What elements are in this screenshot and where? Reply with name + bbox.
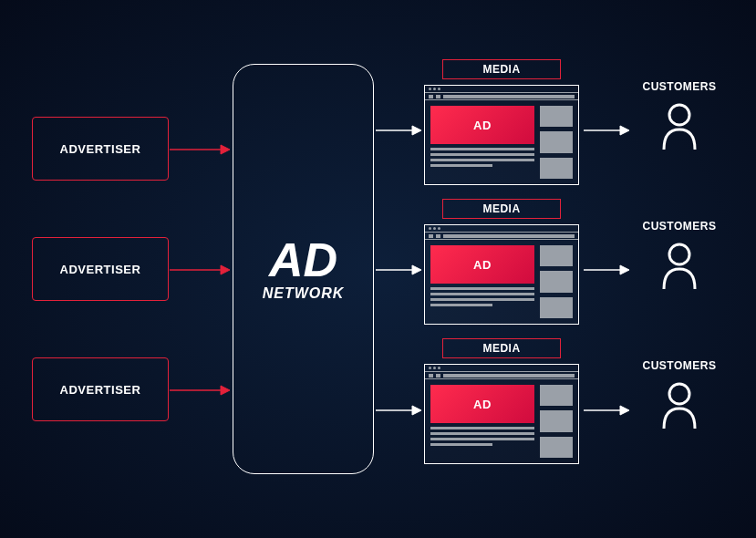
advertiser-box-1: ADVERTISER <box>32 117 169 181</box>
arrow-advertiser-3 <box>170 383 232 398</box>
customer-label: CUSTOMERS <box>634 80 725 93</box>
arrow-advertiser-1 <box>170 142 232 157</box>
media-label: MEDIA <box>442 199 561 219</box>
text-lines <box>430 148 534 167</box>
svg-marker-7 <box>412 126 421 135</box>
person-icon <box>658 242 700 291</box>
window-dot-icon <box>429 227 431 230</box>
window-dot-icon <box>433 88 436 90</box>
sidebar-box-icon <box>540 245 573 266</box>
customer-label: CUSTOMERS <box>634 220 725 233</box>
browser-urlbar <box>425 93 578 100</box>
svg-marker-3 <box>221 265 230 274</box>
customer-block-3: CUSTOMERS <box>634 359 725 434</box>
url-field-icon <box>443 374 575 378</box>
arrow-customer-3 <box>584 403 631 418</box>
advertiser-box-3: ADVERTISER <box>32 357 169 421</box>
text-lines <box>430 427 534 446</box>
text-line-icon <box>430 298 534 301</box>
browser-urlbar <box>425 372 578 379</box>
browser-titlebar <box>425 365 578 372</box>
window-dot-icon <box>438 88 440 90</box>
text-line-icon <box>430 432 534 435</box>
nav-button-icon <box>436 234 440 238</box>
ad-banner: AD <box>430 245 534 284</box>
sidebar-box-icon <box>540 158 573 179</box>
sidebar-box-icon <box>540 410 573 431</box>
window-dot-icon <box>433 367 436 369</box>
browser-mockup: AD <box>424 224 579 325</box>
window-dot-icon <box>429 88 431 90</box>
advertiser-label: ADVERTISER <box>60 383 141 397</box>
nav-button-icon <box>429 374 433 378</box>
browser-body: AD <box>425 379 578 463</box>
text-line-icon <box>430 293 534 295</box>
text-lines <box>430 287 534 306</box>
ad-network-box: AD NETWORK <box>233 64 374 474</box>
nav-button-icon <box>436 374 440 378</box>
text-line-icon <box>430 153 534 156</box>
text-line-icon <box>430 164 492 167</box>
ad-network-title: AD <box>269 236 337 284</box>
text-line-icon <box>430 427 534 429</box>
advertiser-label: ADVERTISER <box>60 142 141 156</box>
nav-button-icon <box>436 95 440 98</box>
sidebar-box-icon <box>540 271 573 292</box>
url-field-icon <box>443 95 575 98</box>
person-icon <box>658 381 700 430</box>
nav-button-icon <box>429 95 433 98</box>
svg-point-19 <box>669 244 689 264</box>
svg-marker-9 <box>412 265 421 274</box>
browser-body: AD <box>425 240 578 324</box>
sidebar-box-icon <box>540 131 573 152</box>
svg-marker-15 <box>620 265 629 274</box>
media-label: MEDIA <box>442 59 561 79</box>
window-dot-icon <box>429 367 431 369</box>
url-field-icon <box>443 234 575 238</box>
text-line-icon <box>430 287 534 290</box>
browser-titlebar <box>425 225 578 233</box>
ad-banner: AD <box>430 106 534 144</box>
browser-urlbar <box>425 233 578 240</box>
window-dot-icon <box>438 367 440 369</box>
browser-sidebar <box>540 385 573 458</box>
customer-block-1: CUSTOMERS <box>634 80 725 155</box>
browser-main: AD <box>430 106 534 179</box>
browser-body: AD <box>425 100 578 184</box>
window-dot-icon <box>433 227 436 230</box>
browser-sidebar <box>540 106 573 179</box>
person-icon <box>658 102 700 151</box>
svg-marker-5 <box>221 386 230 395</box>
text-line-icon <box>430 159 534 161</box>
sidebar-box-icon <box>540 437 573 458</box>
svg-point-20 <box>669 384 689 404</box>
nav-button-icon <box>429 234 433 238</box>
text-line-icon <box>430 443 492 446</box>
arrow-customer-2 <box>584 263 631 277</box>
arrow-customer-1 <box>584 123 631 138</box>
svg-marker-1 <box>221 145 230 154</box>
text-line-icon <box>430 148 534 150</box>
media-block-1: MEDIA AD <box>424 59 579 185</box>
text-line-icon <box>430 438 534 440</box>
arrow-media-2 <box>376 263 423 277</box>
svg-marker-11 <box>412 406 421 415</box>
sidebar-box-icon <box>540 297 573 318</box>
advertiser-box-2: ADVERTISER <box>32 237 169 301</box>
svg-marker-17 <box>620 406 629 415</box>
media-block-2: MEDIA AD <box>424 199 579 325</box>
browser-titlebar <box>425 86 578 93</box>
text-line-icon <box>430 304 492 306</box>
advertiser-label: ADVERTISER <box>60 263 141 276</box>
browser-main: AD <box>430 245 534 318</box>
media-block-3: MEDIA AD <box>424 338 579 464</box>
sidebar-box-icon <box>540 106 573 127</box>
ad-network-subtitle: NETWORK <box>263 285 345 302</box>
ad-banner-text: AD <box>473 258 492 272</box>
browser-main: AD <box>430 385 534 458</box>
browser-sidebar <box>540 245 573 318</box>
browser-mockup: AD <box>424 85 579 185</box>
sidebar-box-icon <box>540 385 573 406</box>
window-dot-icon <box>438 227 440 230</box>
ad-banner-text: AD <box>473 398 492 411</box>
